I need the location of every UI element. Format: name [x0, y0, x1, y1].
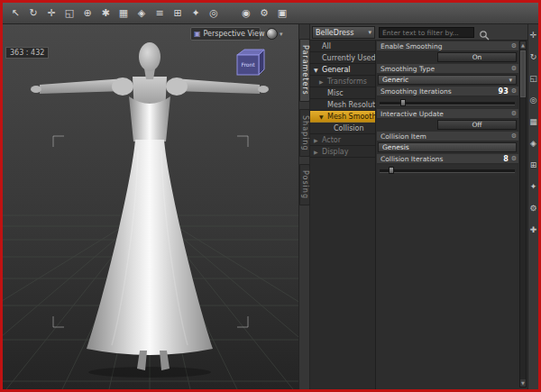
scene-navigator-tool-icon[interactable]: ⊞	[170, 5, 186, 22]
node-selector[interactable]: BelleDress ▾	[312, 26, 375, 39]
param-header-enable-smoothing: Enable Smoothing ⚙	[377, 41, 518, 51]
universal-tool-icon[interactable]: ⊕	[79, 5, 96, 22]
translate-tool-icon[interactable]: ✛	[43, 5, 60, 22]
param-header-collision-iterations: Collision Iterations 8 ⚙	[377, 154, 518, 164]
scale-tool-icon[interactable]: ◱	[61, 5, 78, 22]
nav-item-mesh-smoothing[interactable]: ▼Mesh Smoothing	[310, 111, 375, 123]
expand-arrow-icon: ▼	[319, 114, 326, 120]
caret-down-icon: ▾	[509, 77, 512, 84]
scroll-up-icon[interactable]: ▲	[520, 41, 526, 49]
param-gear-icon[interactable]: ⚙	[511, 66, 517, 72]
surfaces-icon[interactable]: ▦	[529, 118, 537, 126]
param-editor: Enable Smoothing ⚙ On Smoothing Type ⚙ G…	[377, 41, 518, 389]
star-icon[interactable]: ✦	[530, 183, 537, 191]
tab-shaping[interactable]: Shaping	[299, 109, 310, 158]
viewport[interactable]: 363 : 432 ▣ Perspective View ▾ ▾ Front	[3, 24, 298, 389]
interactive-update-toggle[interactable]: Off	[437, 120, 517, 130]
param-header-interactive-update: Interactive Update ⚙	[377, 109, 518, 119]
aux-viewport-cube[interactable]: Front	[235, 48, 266, 78]
plus-icon[interactable]: ✚	[530, 226, 537, 234]
nav-label: Mesh Resolution	[327, 101, 375, 109]
collision-item-dropdown[interactable]: Genesis	[378, 142, 517, 152]
param-control-smoothing-iterations	[377, 97, 518, 108]
collapse-arrow-icon: ▶	[314, 137, 320, 143]
render-settings-icon[interactable]: ⚙	[256, 5, 272, 22]
rotate-tool-icon[interactable]: ↻	[25, 5, 41, 22]
nav-item-all[interactable]: All	[310, 41, 375, 52]
nav-item-transforms[interactable]: ▶Transforms	[310, 76, 375, 87]
drawstyle-sphere-icon[interactable]	[266, 28, 278, 40]
param-value[interactable]: 8	[503, 155, 509, 163]
collision-iterations-slider[interactable]	[378, 165, 517, 176]
nav-item-mesh-resolution[interactable]: Mesh Resolution	[310, 99, 375, 111]
scrollbar-thumb[interactable]	[520, 50, 526, 97]
nav-label: Misc	[327, 89, 344, 97]
param-gear-icon[interactable]: ⚙	[511, 43, 517, 50]
param-label: Enable Smoothing	[381, 42, 511, 50]
nav-item-collision[interactable]: Collision	[310, 123, 375, 134]
nav-label: Display	[322, 148, 349, 156]
param-gear-icon[interactable]: ⚙	[511, 111, 517, 117]
move-icon[interactable]: ✛	[530, 32, 537, 40]
active-pose-tool-icon[interactable]: ✱	[97, 5, 114, 22]
scroll-down-icon[interactable]: ▼	[520, 379, 526, 387]
param-gear-icon[interactable]: ⚙	[511, 133, 517, 140]
param-label: Interactive Update	[381, 110, 511, 118]
aux-viewport-toggle-icon[interactable]: ▣	[274, 5, 290, 22]
parameters-panel: BelleDress ▾ All Currently Used ▼General…	[310, 24, 527, 389]
smoothing-iterations-slider[interactable]	[378, 97, 517, 108]
params-scrollbar[interactable]: ▲ ▼	[519, 41, 527, 387]
pointer-tool-icon[interactable]: ↖	[7, 5, 23, 22]
smoothing-type-dropdown[interactable]: Generic ▾	[378, 75, 517, 85]
grid-icon[interactable]: ⊞	[530, 161, 537, 169]
param-control-interactive-update: Off	[377, 120, 518, 131]
nav-label: Mesh Smoothing	[327, 113, 375, 121]
geometry-icon[interactable]: ◈	[530, 140, 536, 148]
param-gear-icon[interactable]: ⚙	[511, 88, 517, 95]
memorize-figure-tool-icon[interactable]: ✦	[188, 5, 204, 22]
spot-render-tool-icon[interactable]: ◎	[206, 5, 222, 22]
geometry-editor-tool-icon[interactable]: ◈	[133, 5, 150, 22]
gear-icon[interactable]: ⚙	[529, 205, 536, 213]
scale-icon[interactable]: ◱	[529, 75, 537, 83]
param-group-list: All Currently Used ▼General ▶Transforms …	[310, 41, 376, 389]
app-window: ↖ ↻ ✛ ◱ ⊕ ✱ ▦ ◈ ≡ ⊞ ✦ ◎ ◉ ⚙ ▣	[0, 0, 541, 392]
slider-handle[interactable]	[389, 167, 394, 174]
tab-posing[interactable]: Posing	[299, 164, 310, 205]
param-label: Collision Item	[381, 132, 511, 141]
dock-tabstrip: Parameters Shaping Posing	[298, 24, 310, 389]
nav-item-general[interactable]: ▼General	[310, 64, 375, 76]
caret-down-icon: ▾	[368, 29, 371, 36]
render-button-icon[interactable]: ◉	[238, 5, 254, 22]
tab-parameters[interactable]: Parameters	[299, 39, 310, 102]
scene-canvas[interactable]	[3, 24, 298, 389]
nav-item-display[interactable]: ▶Display	[310, 146, 375, 158]
node-selector-label: BelleDress	[316, 29, 366, 37]
expand-arrow-icon: ▼	[314, 67, 320, 73]
view-selector[interactable]: ▣ Perspective View ▾	[190, 27, 261, 41]
node-list-tool-icon[interactable]: ≡	[151, 5, 168, 22]
search-icon[interactable]	[479, 27, 490, 38]
param-value[interactable]: 93	[499, 87, 509, 96]
param-control-smoothing-type: Generic ▾	[377, 75, 518, 86]
frame-size-label: 363 : 432	[5, 47, 49, 59]
nav-item-misc[interactable]: Misc	[310, 87, 375, 99]
enable-smoothing-toggle[interactable]: On	[437, 52, 517, 62]
filter-input[interactable]	[379, 27, 474, 38]
collapse-arrow-icon: ▶	[314, 149, 320, 155]
param-header-smoothing-iterations: Smoothing Iterations 93 ⚙	[377, 87, 518, 96]
nav-label: Currently Used	[322, 54, 375, 62]
param-control-enable-smoothing: On	[377, 52, 518, 63]
nav-item-actor[interactable]: ▶Actor	[310, 134, 375, 146]
rotate-icon[interactable]: ↻	[530, 53, 537, 61]
slider-handle[interactable]	[400, 99, 406, 106]
param-gear-icon[interactable]: ⚙	[511, 156, 517, 162]
nav-label: Collision	[334, 124, 364, 132]
param-label: Smoothing Iterations	[381, 87, 499, 96]
nav-item-currently-used[interactable]: Currently Used	[310, 52, 375, 64]
param-label: Collision Iterations	[381, 155, 503, 163]
view-cube-gizmo: Front	[235, 48, 266, 78]
surface-selection-tool-icon[interactable]: ▦	[115, 5, 132, 22]
camera-icon[interactable]: ◎	[530, 96, 537, 105]
drawstyle-caret-icon[interactable]: ▾	[280, 31, 283, 38]
